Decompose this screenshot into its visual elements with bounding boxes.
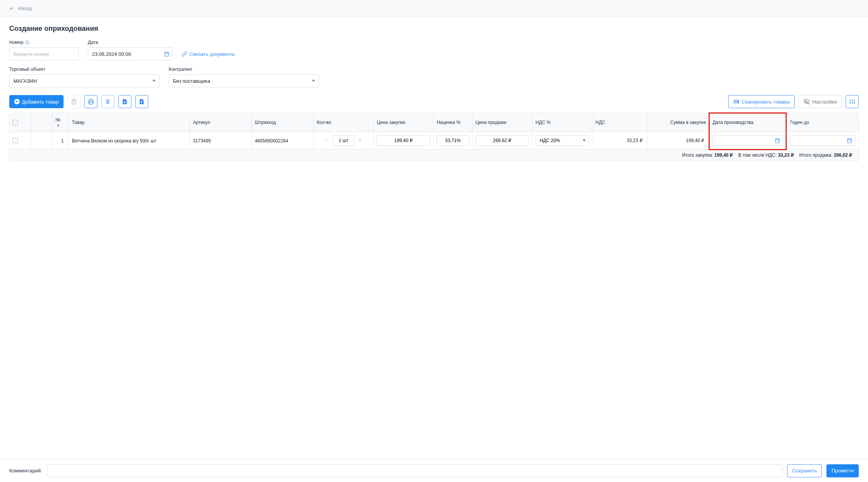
trade-object-label: Торговый объект — [9, 67, 159, 72]
row-checkbox[interactable] — [13, 138, 18, 143]
products-table: № Товар Артикул Штрихкод Кол-во Цена зак… — [10, 113, 858, 161]
col-checkbox-header — [10, 113, 31, 132]
col-name-header[interactable]: Товар — [69, 113, 189, 132]
col-exp-date-header[interactable]: Годен до — [787, 113, 858, 132]
arrow-left-icon — [9, 6, 15, 11]
col-vat-pct-header[interactable]: НДС % — [532, 113, 592, 132]
print-button[interactable] — [84, 95, 97, 108]
col-purchase-price-header[interactable]: Цена закупки — [374, 113, 434, 132]
add-product-label: Добавить товар — [22, 99, 59, 105]
link-documents-button[interactable]: Связать документы — [182, 47, 235, 60]
counterparty-select[interactable] — [169, 74, 319, 87]
sliders-icon — [849, 99, 855, 105]
total-vat: В том числе НДС: 33,23 ₽ — [738, 152, 794, 158]
col-sum-header[interactable]: Сумма в закупке — [647, 113, 709, 132]
qty-input[interactable] — [333, 135, 354, 146]
settings-button[interactable]: Настройки — [799, 95, 842, 108]
page-title: Создание оприходования — [9, 25, 859, 33]
receipt-icon — [105, 99, 111, 105]
file-export-icon — [139, 99, 145, 105]
settings-label: Настройки — [812, 99, 837, 105]
row-barcode: 4605890002264 — [255, 138, 288, 144]
svg-rect-1 — [89, 102, 92, 104]
vat-pct-select[interactable] — [536, 135, 589, 146]
file-import-icon — [122, 99, 128, 105]
qty-increase-button[interactable]: + — [357, 137, 364, 144]
date-label: Дата — [88, 40, 173, 45]
svg-rect-2 — [106, 99, 109, 104]
col-article-header[interactable]: Артикул — [189, 113, 251, 132]
trash-icon — [71, 99, 77, 105]
row-num: 1 — [61, 138, 64, 144]
col-vat-header[interactable]: НДС — [592, 113, 647, 132]
select-all-checkbox[interactable] — [13, 120, 18, 125]
col-markup-header[interactable]: Наценка % — [434, 113, 473, 132]
date-input[interactable] — [88, 47, 173, 60]
number-input[interactable] — [9, 47, 79, 60]
col-barcode-header[interactable]: Штрихкод — [251, 113, 313, 132]
qty-decrease-button[interactable]: − — [323, 137, 330, 144]
import-button[interactable] — [118, 95, 131, 108]
col-qty-header[interactable]: Кол-во — [313, 113, 374, 132]
col-num-header[interactable]: № — [52, 113, 69, 132]
add-product-button[interactable]: + Добавить товар — [9, 95, 64, 108]
barcode-icon — [733, 99, 739, 105]
table-row: 1 Ветчина Велком из окорока в/у 500г шт … — [10, 132, 858, 149]
total-sale: Итого продажа: 266,62 ₽ — [799, 152, 852, 158]
link-documents-label: Связать документы — [189, 51, 235, 57]
markup-input[interactable] — [437, 135, 469, 146]
purchase-price-input[interactable] — [377, 135, 430, 146]
scan-products-label: Сканировать товары — [742, 99, 790, 105]
trade-object-select[interactable] — [9, 74, 159, 87]
delete-button[interactable] — [67, 95, 80, 108]
col-sale-price-header[interactable]: Цена продажи — [472, 113, 532, 132]
plus-circle-icon: + — [14, 99, 20, 104]
table-footer: Итого закупка: 199,40 ₽ В том числе НДС:… — [10, 149, 858, 161]
sort-icon — [56, 124, 60, 127]
row-sum: 199,40 ₽ — [651, 138, 706, 143]
filter-button[interactable] — [846, 95, 859, 108]
number-label: Номер ? — [9, 40, 79, 45]
printer-icon — [88, 99, 94, 105]
counterparty-label: Контрагент — [169, 67, 319, 72]
row-article: 3173495 — [193, 138, 211, 144]
col-drag-header — [31, 113, 52, 132]
eye-off-icon — [804, 99, 810, 105]
row-drag-handle[interactable] — [31, 132, 52, 149]
exp-date-input[interactable] — [790, 135, 855, 146]
back-label: Назад — [18, 5, 32, 11]
sale-price-input[interactable] — [476, 135, 529, 146]
mfg-date-input[interactable] — [712, 135, 783, 146]
link-icon — [182, 51, 187, 57]
help-icon[interactable]: ? — [25, 40, 30, 45]
total-purchase: Итого закупка: 199,40 ₽ — [682, 152, 733, 158]
row-vat: 33,23 ₽ — [595, 138, 644, 143]
export-button[interactable] — [135, 95, 148, 108]
back-link[interactable]: Назад — [9, 5, 32, 11]
col-mfg-date-header[interactable]: Дата производства — [709, 113, 787, 132]
receipt-button[interactable] — [101, 95, 114, 108]
row-product-name: Ветчина Велком из окорока в/у 500г шт — [72, 138, 156, 144]
scan-products-button[interactable]: Сканировать товары — [728, 95, 795, 108]
